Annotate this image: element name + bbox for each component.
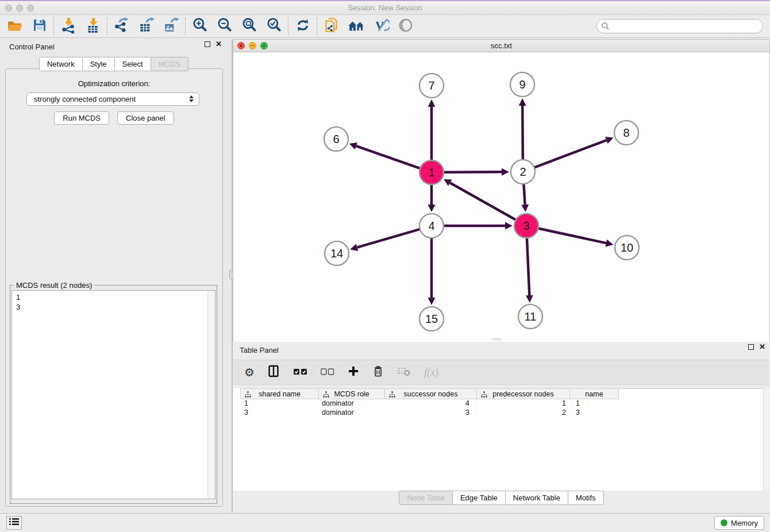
column-type-icon (481, 391, 487, 399)
table-body: 1dominator4113dominator323 (233, 399, 769, 418)
graph-edge-2-3[interactable] (523, 184, 525, 205)
column-label: successor nodes (404, 390, 458, 398)
zoom-in-icon (191, 17, 209, 36)
tab-select[interactable]: Select (115, 57, 151, 71)
table-cell[interactable]: 3 (240, 408, 319, 418)
mcds-result-text[interactable]: 1 3 (11, 290, 215, 499)
tab-mcds[interactable]: MCDS (151, 57, 188, 71)
graph-edge-2-9[interactable] (522, 106, 523, 160)
home-button[interactable] (344, 16, 368, 37)
table-cell[interactable]: 3 (385, 408, 477, 418)
tab-node-table[interactable]: Node Table (399, 491, 453, 505)
refresh-button[interactable] (290, 16, 315, 37)
graph-edge-3-10[interactable] (538, 228, 606, 243)
column-header-successor-nodes[interactable]: successor nodes (385, 389, 477, 399)
network-graph[interactable]: 7968124314101511 (233, 52, 769, 342)
zoom-fit-button[interactable] (237, 16, 261, 37)
graph-edge-1-2[interactable] (444, 172, 502, 172)
tab-motifs[interactable]: Motifs (568, 491, 604, 505)
open-folder-icon (6, 17, 24, 36)
float-panel-icon[interactable] (205, 41, 210, 47)
graph-edge-3-1[interactable] (450, 183, 515, 220)
float-panel-icon[interactable] (748, 344, 754, 350)
column-type-icon (323, 391, 329, 399)
network-window-titlebar[interactable]: × − + scc.txt (233, 40, 769, 52)
export-table-button[interactable] (134, 16, 159, 37)
export-image-button[interactable] (159, 16, 183, 37)
save-session-button[interactable] (27, 16, 52, 37)
delete-table-button[interactable] (397, 366, 411, 379)
show-graphics-button[interactable] (393, 16, 418, 37)
graph-edge-1-6[interactable] (356, 146, 420, 168)
memory-button[interactable]: Memory (714, 516, 764, 530)
column-header-predecessor-nodes[interactable]: predecessor nodes (477, 389, 570, 399)
node-label: 3 (523, 219, 529, 232)
column-header-shared-name[interactable]: shared name (240, 389, 319, 399)
network-resize-grip[interactable] (492, 338, 501, 341)
table-cell[interactable]: 2 (477, 408, 570, 418)
tab-network-table[interactable]: Network Table (506, 491, 568, 505)
edge-arrowhead (428, 99, 436, 107)
table-row[interactable]: 3dominator323 (240, 408, 769, 418)
graph-edge-2-8[interactable] (534, 140, 607, 168)
task-history-button[interactable] (6, 516, 22, 530)
column-label: name (585, 390, 603, 398)
node-label: 4 (428, 219, 434, 232)
delete-table-icon (397, 366, 411, 379)
close-panel-button[interactable]: Close panel (117, 111, 174, 125)
open-session-docs-button[interactable] (319, 16, 344, 37)
table-cell[interactable]: 3 (570, 408, 619, 418)
close-panel-icon[interactable]: ✕ (759, 344, 765, 350)
hide-labels-button[interactable]: V (368, 16, 393, 37)
tab-edge-table[interactable]: Edge Table (453, 491, 506, 505)
zoom-out-icon (216, 17, 233, 36)
open-file-button[interactable] (2, 16, 27, 37)
toggle-column-view-button[interactable] (268, 365, 280, 380)
edge-arrowhead (526, 295, 533, 303)
tab-network[interactable]: Network (39, 57, 83, 71)
export-network-icon (113, 17, 130, 36)
search-input[interactable] (596, 19, 763, 33)
zoom-selected-button[interactable] (261, 16, 286, 37)
control-panel-tabs: NetworkStyleSelectMCDS (1, 57, 226, 71)
plus-icon (348, 365, 359, 379)
function-builder-button[interactable]: f(x) (424, 367, 438, 379)
table-cell[interactable]: dominator (319, 408, 385, 418)
table-cell[interactable]: 4 (385, 399, 477, 408)
column-type-icon (245, 391, 251, 399)
select-all-button[interactable] (294, 367, 307, 377)
export-network-button[interactable] (109, 16, 134, 37)
table-cell[interactable]: dominator (319, 399, 385, 408)
run-mcds-button[interactable]: Run MCDS (54, 111, 109, 125)
column-header-name[interactable]: name (570, 389, 619, 399)
column-settings-button[interactable]: ⚙ (244, 365, 255, 379)
table-row[interactable]: 1dominator411 (240, 399, 769, 408)
deselect-all-button[interactable] (321, 367, 334, 377)
table-cell[interactable]: 1 (477, 399, 570, 408)
table-scrollbar[interactable] (763, 388, 769, 491)
graph-edge-3-11[interactable] (527, 238, 529, 295)
import-table-button[interactable] (80, 16, 105, 37)
delete-row-button[interactable] (372, 365, 384, 380)
add-row-button[interactable] (348, 365, 359, 379)
zoom-fit-icon (241, 17, 258, 36)
network-canvas[interactable]: 7968124314101511 (233, 52, 769, 342)
column-header-MCDS-role[interactable]: MCDS role (319, 389, 385, 399)
zoom-out-button[interactable] (212, 16, 237, 37)
result-scrollbar[interactable] (207, 291, 215, 499)
table-cell[interactable]: 1 (570, 399, 619, 408)
toolbar-separator (53, 18, 54, 35)
graph-edge-4-14[interactable] (357, 229, 420, 248)
import-network-button[interactable] (56, 16, 80, 37)
documents-icon (323, 17, 340, 36)
toolbar-separator (185, 18, 186, 35)
search-icon (601, 22, 610, 33)
tab-style[interactable]: Style (83, 57, 115, 71)
close-panel-icon[interactable]: ✕ (215, 41, 222, 47)
selected-option: strongly connected component (34, 95, 136, 103)
optimization-criterion-select[interactable]: strongly connected component (26, 92, 199, 106)
zoom-in-button[interactable] (187, 16, 212, 37)
table-cell[interactable]: 1 (240, 399, 319, 408)
application-window: Session: New Session (0, 0, 770, 532)
table-header-row: shared nameMCDS rolesuccessor nodesprede… (240, 388, 769, 399)
